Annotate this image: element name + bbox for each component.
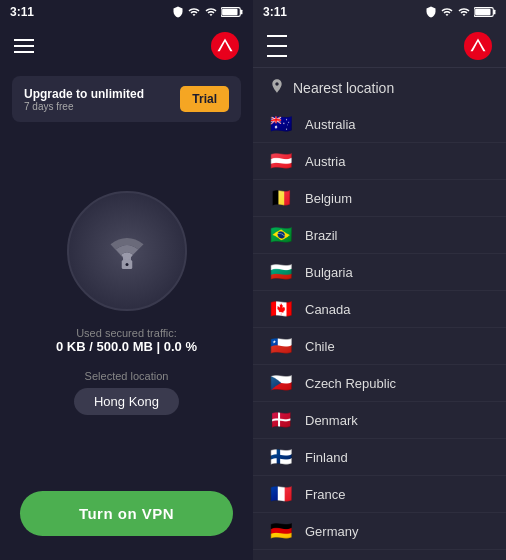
country-flag: 🇫🇷 <box>269 486 293 502</box>
shield-icon <box>172 6 184 18</box>
left-status-icons <box>172 6 243 18</box>
country-name: Brazil <box>305 228 490 243</box>
svg-rect-7 <box>475 9 490 16</box>
vpn-status-circle <box>67 191 187 311</box>
avira-logo <box>211 32 239 60</box>
vpn-icon <box>97 221 157 281</box>
turn-on-vpn-button[interactable]: Turn on VPN <box>20 491 233 536</box>
nearest-location-header: Nearest location <box>253 68 506 106</box>
country-list-item[interactable]: 🇩🇪Germany <box>253 513 506 550</box>
country-list-item[interactable]: 🇦🇹Austria <box>253 143 506 180</box>
location-pin-icon <box>269 78 285 98</box>
right-status-icons <box>425 6 496 18</box>
upgrade-subtitle: 7 days free <box>24 101 144 112</box>
right-status-bar: 3:11 <box>253 0 506 24</box>
country-list-item[interactable]: 🇧🇷Brazil <box>253 217 506 254</box>
country-flag: 🇩🇰 <box>269 412 293 428</box>
location-label: Selected location <box>74 370 179 382</box>
signal-icon <box>187 6 201 18</box>
country-name: Bulgaria <box>305 265 490 280</box>
country-name: Canada <box>305 302 490 317</box>
country-list-item[interactable]: 🇦🇺Australia <box>253 106 506 143</box>
country-flag: 🇫🇮 <box>269 449 293 465</box>
svg-point-4 <box>125 263 128 266</box>
country-name: Belgium <box>305 191 490 206</box>
menu-button[interactable] <box>14 39 34 53</box>
right-battery-icon <box>474 6 496 18</box>
right-top-bar <box>253 24 506 68</box>
country-flag: 🇧🇬 <box>269 264 293 280</box>
country-flag: 🇦🇹 <box>269 153 293 169</box>
upgrade-title: Upgrade to unlimited <box>24 87 144 101</box>
upgrade-text-area: Upgrade to unlimited 7 days free <box>24 87 144 112</box>
right-menu-button[interactable] <box>267 35 287 57</box>
country-name: Chile <box>305 339 490 354</box>
country-name: Austria <box>305 154 490 169</box>
right-signal-icon <box>440 6 454 18</box>
left-status-bar: 3:11 <box>0 0 253 24</box>
svg-rect-2 <box>222 9 237 16</box>
country-flag: 🇧🇪 <box>269 190 293 206</box>
svg-rect-6 <box>493 10 495 14</box>
country-name: Germany <box>305 524 490 539</box>
country-list-item[interactable]: 🇧🇬Bulgaria <box>253 254 506 291</box>
right-avira-icon <box>469 37 487 55</box>
right-wifi-icon <box>457 6 471 18</box>
vpn-icon-area: Used secured traffic: 0 KB / 500.0 MB | … <box>0 130 253 491</box>
right-panel: 3:11 Nearest location 🇦🇺Australia🇦🇹Austr… <box>253 0 506 560</box>
trial-button[interactable]: Trial <box>180 86 229 112</box>
country-list-item[interactable]: 🇨🇦Canada <box>253 291 506 328</box>
svg-rect-1 <box>240 10 242 14</box>
country-name: Czech Republic <box>305 376 490 391</box>
right-time: 3:11 <box>263 5 287 19</box>
country-name: France <box>305 487 490 502</box>
wifi-icon <box>204 6 218 18</box>
traffic-info: Used secured traffic: 0 KB / 500.0 MB | … <box>56 327 197 354</box>
location-badge[interactable]: Hong Kong <box>74 388 179 415</box>
country-flag: 🇨🇱 <box>269 338 293 354</box>
country-list-item[interactable]: 🇧🇪Belgium <box>253 180 506 217</box>
upgrade-banner: Upgrade to unlimited 7 days free Trial <box>12 76 241 122</box>
country-list-item[interactable]: 🇬🇷Greece <box>253 550 506 560</box>
country-list-item[interactable]: 🇩🇰Denmark <box>253 402 506 439</box>
country-list-item[interactable]: 🇫🇮Finland <box>253 439 506 476</box>
country-name: Finland <box>305 450 490 465</box>
right-avira-logo <box>464 32 492 60</box>
traffic-label: Used secured traffic: <box>56 327 197 339</box>
country-flag: 🇩🇪 <box>269 523 293 539</box>
country-list[interactable]: 🇦🇺Australia🇦🇹Austria🇧🇪Belgium🇧🇷Brazil🇧🇬B… <box>253 106 506 560</box>
battery-icon <box>221 6 243 18</box>
left-panel: 3:11 Upgrade to unlimited 7 days free Tr… <box>0 0 253 560</box>
country-flag: 🇦🇺 <box>269 116 293 132</box>
left-top-bar <box>0 24 253 68</box>
avira-icon <box>216 37 234 55</box>
location-section: Selected location Hong Kong <box>74 370 179 415</box>
country-name: Australia <box>305 117 490 132</box>
country-list-item[interactable]: 🇨🇿Czech Republic <box>253 365 506 402</box>
country-flag: 🇨🇿 <box>269 375 293 391</box>
country-flag: 🇨🇦 <box>269 301 293 317</box>
traffic-value: 0 KB / 500.0 MB | 0.0 % <box>56 339 197 354</box>
country-name: Denmark <box>305 413 490 428</box>
country-list-item[interactable]: 🇨🇱Chile <box>253 328 506 365</box>
right-shield-icon <box>425 6 437 18</box>
nearest-location-title: Nearest location <box>293 80 394 96</box>
country-flag: 🇧🇷 <box>269 227 293 243</box>
country-list-item[interactable]: 🇫🇷France <box>253 476 506 513</box>
left-time: 3:11 <box>10 5 34 19</box>
